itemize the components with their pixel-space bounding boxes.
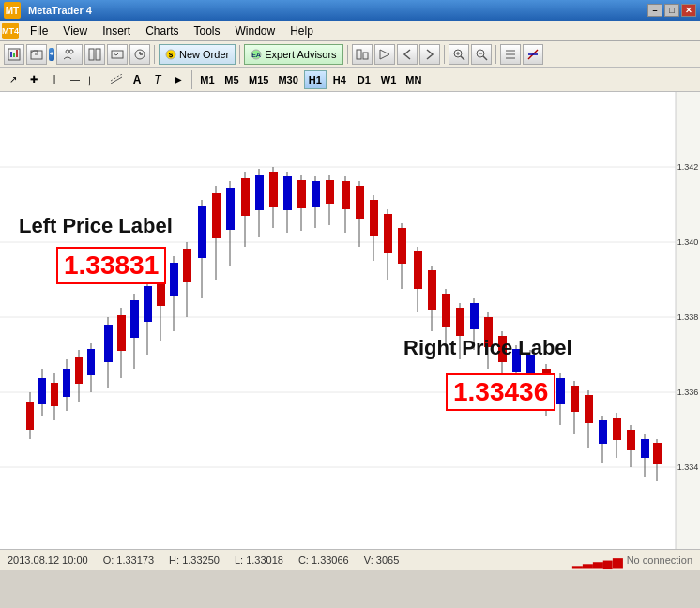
svg-rect-51 — [75, 357, 83, 384]
line-tool[interactable]: | — [45, 70, 64, 89]
svg-text:EA: EA — [252, 52, 262, 58]
svg-rect-67 — [183, 249, 191, 282]
svg-rect-59 — [130, 300, 139, 338]
svg-rect-129 — [627, 430, 635, 450]
signal-icon: ▁▂▃▄▅ — [572, 553, 623, 568]
separator-5 — [495, 45, 496, 64]
svg-rect-21 — [363, 53, 368, 59]
market-watch-button[interactable] — [129, 44, 150, 65]
crosshair-tool[interactable]: ✚ — [24, 70, 43, 89]
expert-advisors-button[interactable]: EA Expert Advisors — [244, 44, 342, 65]
menu-file[interactable]: File — [23, 23, 55, 39]
separator-1 — [154, 45, 155, 64]
status-datetime: 2013.08.12 10:00 — [8, 555, 88, 566]
history-button[interactable] — [352, 44, 373, 65]
svg-rect-43 — [26, 402, 34, 430]
text-tool[interactable]: A — [128, 70, 146, 89]
svg-rect-65 — [170, 263, 178, 296]
menu-logo: MT4 — [2, 23, 19, 39]
menu-charts[interactable]: Charts — [138, 23, 186, 39]
menu-tools[interactable]: Tools — [187, 23, 228, 39]
svg-rect-20 — [357, 50, 361, 59]
maximize-button[interactable]: □ — [664, 4, 679, 17]
svg-rect-49 — [63, 369, 70, 397]
arrow-tool[interactable]: ↗ — [4, 70, 23, 89]
right-price-box: 1.33436 — [446, 373, 555, 411]
svg-rect-95 — [384, 214, 392, 253]
svg-line-23 — [461, 56, 464, 60]
navigator-button[interactable] — [84, 44, 105, 65]
minimize-button[interactable]: – — [647, 4, 662, 17]
app-logo: MT — [4, 2, 21, 19]
status-volume: V: 3065 — [364, 555, 400, 566]
open-button[interactable] — [26, 44, 47, 65]
left-price-box: 1.33831 — [56, 247, 166, 284]
text-label-tool[interactable]: T — [148, 70, 167, 89]
menu-window[interactable]: Window — [228, 23, 283, 39]
profiles-button[interactable] — [56, 44, 83, 65]
tf-h4[interactable]: H4 — [328, 70, 351, 89]
properties-button[interactable] — [500, 44, 521, 65]
svg-rect-89 — [342, 181, 350, 209]
new-order-button[interactable]: $ New Order — [159, 44, 236, 65]
svg-rect-79 — [269, 172, 278, 207]
svg-rect-97 — [398, 228, 406, 264]
menu-view[interactable]: View — [55, 23, 95, 39]
tf-w1[interactable]: W1 — [377, 70, 401, 89]
terminal-button[interactable] — [107, 44, 128, 65]
connection-status: ▁▂▃▄▅ No connection — [572, 553, 692, 568]
separator-2 — [239, 45, 240, 64]
svg-rect-36 — [0, 92, 700, 549]
svg-rect-9 — [96, 49, 100, 60]
menu-help[interactable]: Help — [282, 23, 321, 39]
menu-bar: MT4 File View Insert Charts Tools Window… — [0, 21, 700, 41]
svg-rect-61 — [144, 286, 152, 322]
new-chart-button[interactable] — [4, 44, 24, 65]
arrow-mark-tool[interactable]: ▶ — [169, 70, 188, 89]
window-controls[interactable]: – □ ✕ — [647, 4, 696, 17]
close-button[interactable]: ✕ — [681, 4, 696, 17]
svg-rect-71 — [212, 193, 221, 238]
tf-m1[interactable]: M1 — [196, 70, 219, 89]
channel-tool[interactable] — [107, 70, 126, 89]
svg-text:1.334: 1.334 — [677, 463, 699, 472]
status-open: O: 1.33173 — [103, 555, 154, 566]
svg-rect-53 — [87, 349, 95, 375]
zoom-out-button[interactable] — [471, 44, 492, 65]
svg-rect-107 — [470, 303, 479, 329]
tf-mn[interactable]: MN — [402, 70, 425, 89]
tf-m5[interactable]: M5 — [221, 70, 243, 89]
svg-rect-127 — [613, 418, 621, 440]
chart-area[interactable]: 1.342 1.340 1.338 1.336 1.334 Left Price… — [0, 92, 700, 549]
tf-m30[interactable]: M30 — [274, 70, 301, 89]
svg-rect-101 — [428, 270, 436, 310]
svg-rect-75 — [241, 178, 250, 216]
forward-button[interactable] — [419, 44, 440, 65]
status-bar: 2013.08.12 10:00 O: 1.33173 H: 1.33250 L… — [0, 549, 700, 570]
tf-m15[interactable]: M15 — [245, 70, 272, 89]
toolbar-main: + $ New Order EA Expert Advisors — [0, 41, 700, 68]
separator-3 — [347, 45, 348, 64]
menu-insert[interactable]: Insert — [95, 23, 138, 39]
zoom-in-button[interactable] — [449, 44, 469, 65]
trend-line-tool[interactable]: ∕ — [83, 67, 108, 92]
horizontal-line-tool[interactable]: — — [66, 70, 84, 89]
svg-rect-55 — [104, 325, 113, 362]
svg-rect-93 — [370, 200, 378, 236]
svg-line-11 — [114, 53, 116, 55]
tf-d1[interactable]: D1 — [353, 70, 375, 89]
account-button[interactable] — [374, 44, 395, 65]
tf-h1[interactable]: H1 — [304, 70, 327, 89]
svg-rect-87 — [326, 180, 334, 204]
svg-rect-47 — [51, 383, 58, 406]
toolbar-drawing: ↗ ✚ | — ∕ A T ▶ M1 M5 M15 M30 H1 H4 D1 W… — [0, 68, 700, 92]
new-order-label: New Order — [179, 49, 229, 60]
back-button[interactable] — [397, 44, 418, 65]
indicators-button[interactable] — [523, 44, 543, 65]
status-low: L: 1.33018 — [235, 555, 283, 566]
right-price-label-text: Right Price Label — [403, 336, 572, 360]
left-price-label-text: Left Price Label — [19, 214, 173, 238]
status-high: H: 1.33250 — [169, 555, 220, 566]
svg-text:1.336: 1.336 — [677, 388, 699, 397]
svg-rect-81 — [283, 176, 292, 210]
